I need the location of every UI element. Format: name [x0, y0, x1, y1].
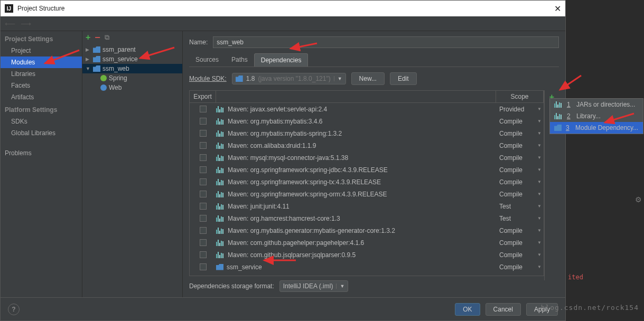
chevron-down-icon[interactable]: ▼ — [537, 155, 544, 160]
add-module-icon[interactable]: + — [86, 33, 90, 42]
col-export: Export — [190, 91, 216, 102]
export-checkbox[interactable] — [200, 227, 207, 234]
name-input[interactable] — [213, 36, 559, 48]
module-sdk-combo[interactable]: 1.8 (java version "1.8.0_121") ▼ — [232, 73, 346, 84]
chevron-down-icon[interactable]: ▼ — [537, 204, 544, 209]
close-icon[interactable]: ✕ — [554, 4, 561, 14]
new-sdk-button[interactable]: New... — [351, 72, 385, 85]
export-checkbox[interactable] — [200, 191, 207, 197]
sidebar-item-modules[interactable]: Modules — [1, 56, 82, 68]
dependency-scope[interactable]: Compile — [496, 251, 537, 259]
tree-node-ssm-service[interactable]: ▶ssm_service — [82, 54, 182, 64]
sidebar-item-project[interactable]: Project — [1, 45, 82, 56]
export-checkbox[interactable] — [200, 215, 207, 222]
tree-node-ssm-web[interactable]: ▼ssm_web — [82, 64, 182, 73]
dependency-scope[interactable]: Test — [496, 215, 537, 222]
chevron-down-icon[interactable]: ▼ — [537, 240, 544, 245]
dependency-row[interactable]: ssm_serviceCompile▼ — [190, 261, 544, 273]
export-checkbox[interactable] — [200, 154, 207, 161]
dependency-scope[interactable]: Compile — [496, 142, 537, 149]
chevron-down-icon[interactable]: ▼ — [537, 265, 544, 269]
dependency-scope[interactable]: Compile — [496, 239, 537, 247]
dependency-scope[interactable]: Compile — [496, 166, 537, 174]
sidebar-item-problems[interactable]: Problems — [1, 147, 82, 159]
forward-icon[interactable]: ⟶ — [21, 20, 31, 28]
dependency-name: Maven: org.hamcrest:hamcrest-core:1.3 — [228, 215, 340, 222]
popup-item-module-dependency[interactable]: 3Module Dependency... — [550, 122, 643, 134]
chevron-down-icon[interactable]: ▼ — [537, 252, 544, 257]
dependency-row[interactable]: Maven: org.springframework:spring-tx:4.3… — [190, 176, 544, 188]
library-icon — [216, 203, 225, 210]
dependency-row[interactable]: Maven: org.springframework:spring-jdbc:4… — [190, 164, 544, 176]
tree-node-spring[interactable]: Spring — [82, 73, 182, 83]
dependency-row[interactable]: Maven: org.springframework:spring-orm:4.… — [190, 188, 544, 200]
sidebar-item-global-libraries[interactable]: Global Libraries — [1, 127, 82, 139]
export-checkbox[interactable] — [200, 203, 207, 210]
cancel-button[interactable]: Cancel — [486, 303, 521, 316]
chevron-down-icon[interactable]: ▼ — [537, 180, 544, 184]
dependency-row[interactable]: Maven: org.mybatis:mybatis-spring:1.3.2C… — [190, 127, 544, 139]
tab-dependencies[interactable]: Dependencies — [254, 53, 309, 67]
sidebar-item-sdks[interactable]: SDKs — [1, 116, 82, 127]
dependency-row[interactable]: Maven: org.mybatis:mybatis:3.4.6Compile▼ — [190, 115, 544, 127]
copy-module-icon[interactable]: ⧉ — [105, 33, 109, 42]
remove-module-icon[interactable]: − — [95, 32, 100, 43]
dependency-row[interactable]: Maven: javax.servlet:servlet-api:2.4Prov… — [190, 103, 544, 115]
sidebar-item-libraries[interactable]: Libraries — [1, 68, 82, 80]
chevron-down-icon[interactable]: ▼ — [537, 228, 544, 233]
sidebar-item-facets[interactable]: Facets — [1, 80, 82, 91]
dependency-scope[interactable]: Test — [496, 203, 537, 210]
dependency-scope[interactable]: Compile — [496, 191, 537, 198]
dependency-scope[interactable]: Compile — [496, 154, 537, 162]
export-checkbox[interactable] — [200, 166, 207, 173]
export-checkbox[interactable] — [200, 130, 207, 137]
export-checkbox[interactable] — [200, 118, 207, 125]
chevron-down-icon[interactable]: ▼ — [537, 167, 544, 172]
export-checkbox[interactable] — [200, 263, 207, 270]
folder-icon — [93, 56, 100, 62]
dependency-scope[interactable]: Compile — [496, 227, 537, 234]
dependency-scope[interactable]: Compile — [496, 178, 537, 186]
sidebar-item-artifacts[interactable]: Artifacts — [1, 91, 82, 103]
export-checkbox[interactable] — [200, 106, 207, 112]
chevron-down-icon[interactable]: ▼ — [537, 192, 544, 196]
dependency-scope[interactable]: Compile — [496, 263, 537, 271]
tree-node-web[interactable]: Web — [82, 83, 182, 92]
dependency-name: Maven: org.mybatis:mybatis:3.4.6 — [228, 118, 322, 125]
export-checkbox[interactable] — [200, 178, 207, 185]
dependency-row[interactable]: Maven: org.mybatis.generator:mybatis-gen… — [190, 224, 544, 237]
tree-node-ssm-parent[interactable]: ▶ssm_parent — [82, 45, 182, 54]
export-checkbox[interactable] — [200, 251, 207, 258]
dependency-row[interactable]: Maven: org.hamcrest:hamcrest-core:1.3Tes… — [190, 212, 544, 224]
popup-item-library[interactable]: 2Library... — [550, 110, 643, 122]
tab-paths[interactable]: Paths — [225, 53, 254, 67]
gear-icon[interactable]: ⚙ — [635, 195, 642, 204]
popup-item-jars[interactable]: 1JARs or directories... — [550, 99, 643, 110]
help-icon[interactable]: ? — [8, 304, 20, 315]
dependency-scope[interactable]: Provided — [496, 106, 537, 113]
storage-format-combo[interactable]: IntelliJ IDEA (.iml) ▼ — [279, 280, 349, 292]
chevron-down-icon[interactable]: ▼ — [537, 143, 544, 148]
back-icon[interactable]: ⟵ — [5, 20, 15, 28]
export-checkbox[interactable] — [200, 239, 207, 246]
dependency-row[interactable]: Maven: com.github.jsqlparser:jsqlparser:… — [190, 249, 544, 261]
ok-button[interactable]: OK — [455, 303, 480, 316]
chevron-down-icon: ▼ — [334, 76, 342, 81]
library-icon — [216, 179, 225, 185]
dependency-row[interactable]: Maven: com.alibaba:druid:1.1.9Compile▼ — [190, 139, 544, 152]
dependency-row[interactable]: Maven: com.github.pagehelper:pagehelper:… — [190, 237, 544, 249]
dependency-row[interactable]: Maven: mysql:mysql-connector-java:5.1.38… — [190, 152, 544, 164]
chevron-down-icon[interactable]: ▼ — [537, 107, 544, 111]
dependency-scope[interactable]: Compile — [496, 130, 537, 137]
chevron-down-icon[interactable]: ▼ — [537, 131, 544, 136]
dependency-row[interactable]: Maven: junit:junit:4.11Test▼ — [190, 200, 544, 212]
chevron-down-icon[interactable]: ▼ — [537, 216, 544, 221]
dependency-name: Maven: mysql:mysql-connector-java:5.1.38 — [228, 154, 348, 162]
chevron-down-icon[interactable]: ▼ — [537, 119, 544, 124]
export-checkbox[interactable] — [200, 142, 207, 149]
tab-sources[interactable]: Sources — [189, 53, 225, 67]
edit-sdk-button[interactable]: Edit — [390, 72, 417, 85]
library-icon — [216, 118, 225, 125]
dialog-footer: ? OK Cancel Apply — [1, 297, 565, 320]
dependency-scope[interactable]: Compile — [496, 118, 537, 125]
